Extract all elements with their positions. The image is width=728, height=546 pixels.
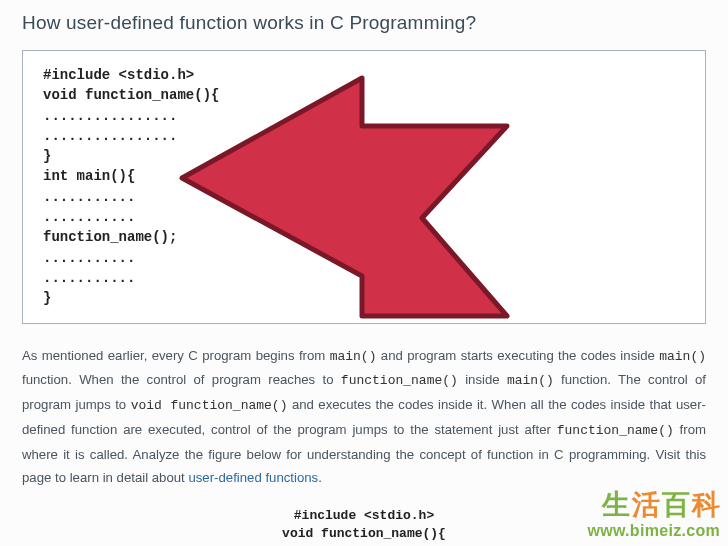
prose-text: and program starts executing the codes i…: [376, 348, 659, 363]
page-title: How user-defined function works in C Pro…: [22, 12, 706, 34]
code-line: }: [43, 146, 685, 166]
watermark-char: 生: [602, 486, 630, 524]
watermark-url: www.bimeiz.com: [587, 522, 720, 540]
code-line: function_name();: [43, 227, 685, 247]
inline-code: function_name(): [341, 373, 458, 388]
inline-code: function_name(): [557, 423, 674, 438]
code-line: #include <stdio.h>: [43, 65, 685, 85]
inline-code: main(): [507, 373, 554, 388]
code-line: ................: [43, 126, 685, 146]
code-line: void function_name(){: [43, 85, 685, 105]
page-content: How user-defined function works in C Pro…: [0, 0, 728, 543]
inline-code: void function_name(): [131, 398, 288, 413]
prose-text: function. When the control of program re…: [22, 372, 341, 387]
prose-text: inside: [458, 372, 507, 387]
prose-text: As mentioned earlier, every C program be…: [22, 348, 330, 363]
code-line: ................: [43, 106, 685, 126]
watermark-title: 生 活 百 科: [602, 486, 720, 524]
code-line: ...........: [43, 268, 685, 288]
watermark: 生 活 百 科 www.bimeiz.com: [587, 486, 720, 540]
code-line: int main(){: [43, 166, 685, 186]
inline-code: main(): [659, 349, 706, 364]
explanation-paragraph: As mentioned earlier, every C program be…: [22, 344, 706, 489]
inline-code: main(): [330, 349, 377, 364]
code-block-main: #include <stdio.h> void function_name(){…: [22, 50, 706, 324]
watermark-char: 百: [662, 486, 690, 524]
code-line: }: [43, 288, 685, 308]
user-defined-functions-link[interactable]: user-defined functions: [188, 470, 318, 485]
code-line: ...........: [43, 187, 685, 207]
watermark-char: 活: [632, 486, 660, 524]
prose-text: .: [318, 470, 322, 485]
watermark-char: 科: [692, 486, 720, 524]
code-line: ...........: [43, 248, 685, 268]
code-line: ...........: [43, 207, 685, 227]
